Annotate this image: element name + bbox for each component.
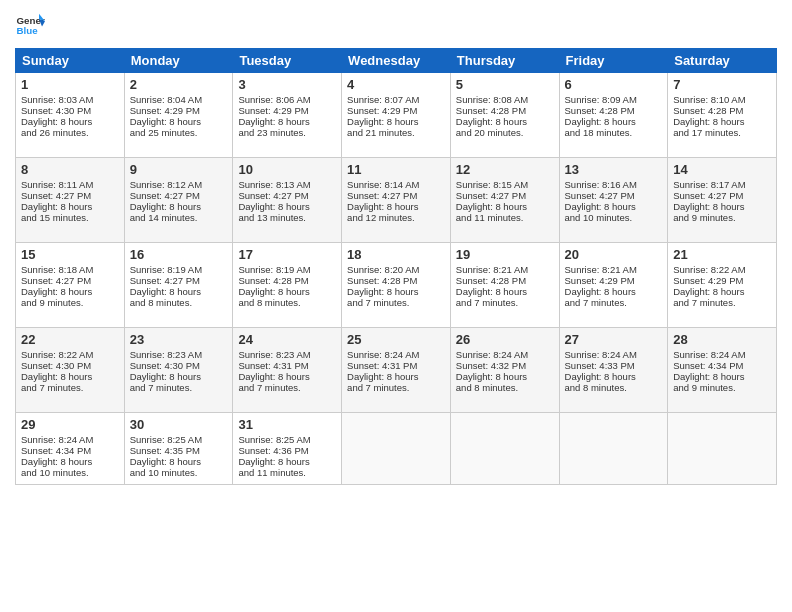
day-info: Sunset: 4:31 PM	[238, 360, 336, 371]
calendar-cell: 27Sunrise: 8:24 AMSunset: 4:33 PMDayligh…	[559, 328, 668, 413]
day-info: Sunrise: 8:24 AM	[673, 349, 771, 360]
calendar-cell: 3Sunrise: 8:06 AMSunset: 4:29 PMDaylight…	[233, 73, 342, 158]
day-number: 16	[130, 247, 228, 262]
day-info: and 20 minutes.	[456, 127, 554, 138]
day-info: and 15 minutes.	[21, 212, 119, 223]
weekday-saturday: Saturday	[668, 49, 777, 73]
day-info: and 8 minutes.	[130, 297, 228, 308]
day-info: and 7 minutes.	[130, 382, 228, 393]
day-info: Daylight: 8 hours	[456, 116, 554, 127]
calendar-cell: 9Sunrise: 8:12 AMSunset: 4:27 PMDaylight…	[124, 158, 233, 243]
calendar-cell	[342, 413, 451, 485]
day-number: 25	[347, 332, 445, 347]
day-info: and 14 minutes.	[130, 212, 228, 223]
calendar-table: SundayMondayTuesdayWednesdayThursdayFrid…	[15, 48, 777, 485]
day-info: and 18 minutes.	[565, 127, 663, 138]
day-info: Sunrise: 8:24 AM	[347, 349, 445, 360]
day-number: 10	[238, 162, 336, 177]
day-info: and 9 minutes.	[21, 297, 119, 308]
day-number: 9	[130, 162, 228, 177]
day-info: Sunrise: 8:25 AM	[238, 434, 336, 445]
day-number: 30	[130, 417, 228, 432]
calendar-cell: 16Sunrise: 8:19 AMSunset: 4:27 PMDayligh…	[124, 243, 233, 328]
day-info: Daylight: 8 hours	[21, 286, 119, 297]
day-info: Sunrise: 8:16 AM	[565, 179, 663, 190]
day-number: 31	[238, 417, 336, 432]
calendar-cell: 12Sunrise: 8:15 AMSunset: 4:27 PMDayligh…	[450, 158, 559, 243]
day-info: Sunrise: 8:14 AM	[347, 179, 445, 190]
day-info: Daylight: 8 hours	[347, 116, 445, 127]
day-info: Sunset: 4:27 PM	[21, 190, 119, 201]
day-info: Daylight: 8 hours	[456, 201, 554, 212]
day-info: Sunrise: 8:21 AM	[565, 264, 663, 275]
weekday-tuesday: Tuesday	[233, 49, 342, 73]
day-info: Sunset: 4:28 PM	[673, 105, 771, 116]
day-number: 19	[456, 247, 554, 262]
day-info: Sunset: 4:27 PM	[565, 190, 663, 201]
day-number: 1	[21, 77, 119, 92]
day-info: Sunrise: 8:08 AM	[456, 94, 554, 105]
day-info: Sunset: 4:27 PM	[347, 190, 445, 201]
day-number: 26	[456, 332, 554, 347]
day-info: Sunset: 4:32 PM	[456, 360, 554, 371]
calendar-cell: 23Sunrise: 8:23 AMSunset: 4:30 PMDayligh…	[124, 328, 233, 413]
day-info: Daylight: 8 hours	[130, 116, 228, 127]
day-number: 5	[456, 77, 554, 92]
week-row-3: 15Sunrise: 8:18 AMSunset: 4:27 PMDayligh…	[16, 243, 777, 328]
day-info: Sunset: 4:29 PM	[673, 275, 771, 286]
day-info: Sunset: 4:29 PM	[238, 105, 336, 116]
weekday-thursday: Thursday	[450, 49, 559, 73]
day-info: Sunrise: 8:17 AM	[673, 179, 771, 190]
calendar-cell: 14Sunrise: 8:17 AMSunset: 4:27 PMDayligh…	[668, 158, 777, 243]
day-number: 15	[21, 247, 119, 262]
day-info: Sunset: 4:27 PM	[456, 190, 554, 201]
day-info: Sunrise: 8:07 AM	[347, 94, 445, 105]
calendar-cell: 6Sunrise: 8:09 AMSunset: 4:28 PMDaylight…	[559, 73, 668, 158]
day-number: 14	[673, 162, 771, 177]
day-info: and 23 minutes.	[238, 127, 336, 138]
day-info: Daylight: 8 hours	[565, 286, 663, 297]
day-info: and 8 minutes.	[565, 382, 663, 393]
calendar-cell: 30Sunrise: 8:25 AMSunset: 4:35 PMDayligh…	[124, 413, 233, 485]
day-info: and 9 minutes.	[673, 382, 771, 393]
day-number: 20	[565, 247, 663, 262]
day-number: 13	[565, 162, 663, 177]
day-info: Sunset: 4:33 PM	[565, 360, 663, 371]
day-info: and 7 minutes.	[673, 297, 771, 308]
day-info: and 25 minutes.	[130, 127, 228, 138]
day-number: 17	[238, 247, 336, 262]
day-info: Sunset: 4:27 PM	[673, 190, 771, 201]
calendar-cell: 25Sunrise: 8:24 AMSunset: 4:31 PMDayligh…	[342, 328, 451, 413]
day-info: and 7 minutes.	[238, 382, 336, 393]
day-info: Sunrise: 8:22 AM	[21, 349, 119, 360]
day-info: Daylight: 8 hours	[238, 286, 336, 297]
calendar-cell: 29Sunrise: 8:24 AMSunset: 4:34 PMDayligh…	[16, 413, 125, 485]
day-info: and 8 minutes.	[238, 297, 336, 308]
day-number: 22	[21, 332, 119, 347]
week-row-5: 29Sunrise: 8:24 AMSunset: 4:34 PMDayligh…	[16, 413, 777, 485]
day-info: Sunrise: 8:15 AM	[456, 179, 554, 190]
day-info: Sunset: 4:27 PM	[238, 190, 336, 201]
day-info: Daylight: 8 hours	[238, 201, 336, 212]
day-info: Daylight: 8 hours	[21, 456, 119, 467]
day-info: Sunrise: 8:24 AM	[456, 349, 554, 360]
logo-icon: General Blue	[15, 10, 45, 40]
calendar-cell: 28Sunrise: 8:24 AMSunset: 4:34 PMDayligh…	[668, 328, 777, 413]
day-info: and 13 minutes.	[238, 212, 336, 223]
day-info: Daylight: 8 hours	[130, 371, 228, 382]
day-number: 27	[565, 332, 663, 347]
calendar-cell: 1Sunrise: 8:03 AMSunset: 4:30 PMDaylight…	[16, 73, 125, 158]
calendar-cell: 20Sunrise: 8:21 AMSunset: 4:29 PMDayligh…	[559, 243, 668, 328]
day-info: and 10 minutes.	[21, 467, 119, 478]
day-info: and 10 minutes.	[565, 212, 663, 223]
calendar-cell	[668, 413, 777, 485]
calendar-cell: 26Sunrise: 8:24 AMSunset: 4:32 PMDayligh…	[450, 328, 559, 413]
day-info: Sunset: 4:27 PM	[130, 190, 228, 201]
day-info: and 17 minutes.	[673, 127, 771, 138]
day-info: and 7 minutes.	[565, 297, 663, 308]
day-info: Daylight: 8 hours	[21, 116, 119, 127]
day-number: 28	[673, 332, 771, 347]
day-info: Sunset: 4:30 PM	[21, 360, 119, 371]
header: General Blue	[15, 10, 777, 40]
day-info: Daylight: 8 hours	[673, 371, 771, 382]
